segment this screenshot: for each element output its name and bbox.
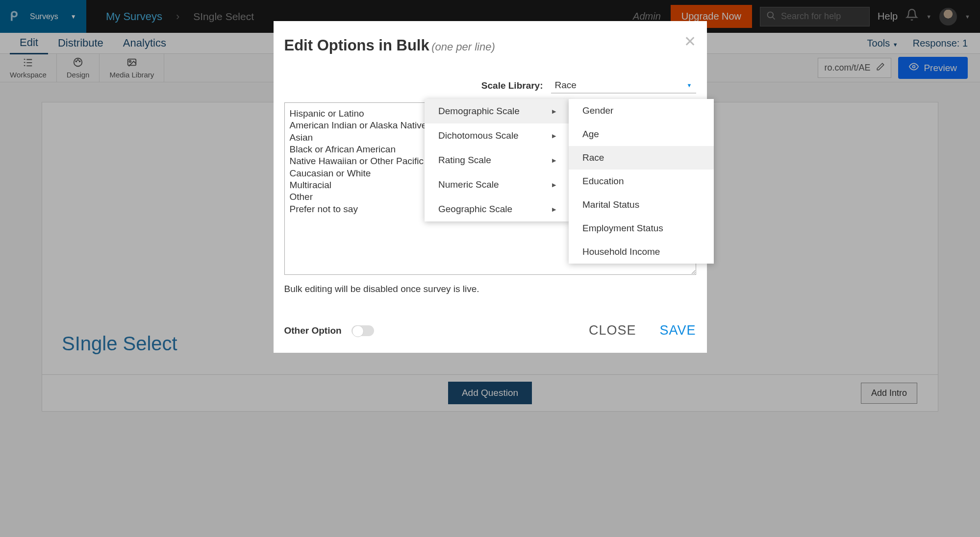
close-button[interactable]: CLOSE: [589, 323, 636, 338]
chevron-right-icon: ▶: [552, 157, 556, 164]
chevron-right-icon: ▶: [552, 182, 556, 188]
submenu-race[interactable]: Race: [569, 146, 714, 170]
submenu-employment[interactable]: Employment Status: [569, 217, 714, 240]
scale-dropdown-menu: Demographic Scale ▶ Dichotomous Scale ▶ …: [425, 99, 570, 221]
submenu-gender[interactable]: Gender: [569, 99, 714, 122]
scale-library-label: Scale Library:: [481, 80, 543, 91]
modal-title: Edit Options in Bulk: [284, 37, 429, 54]
scale-library-select[interactable]: Race ▼: [551, 78, 696, 94]
disabled-note: Bulk editing will be disabled once surve…: [284, 284, 696, 294]
chevron-right-icon: ▶: [552, 206, 556, 213]
submenu-income[interactable]: Household Income: [569, 240, 714, 264]
other-option-label: Other Option: [284, 325, 342, 336]
demographic-submenu: Gender Age Race Education Marital Status…: [569, 99, 714, 264]
scale-item-demographic[interactable]: Demographic Scale ▶: [425, 99, 570, 123]
submenu-marital[interactable]: Marital Status: [569, 193, 714, 217]
submenu-age[interactable]: Age: [569, 122, 714, 146]
save-button[interactable]: SAVE: [659, 323, 696, 338]
scale-item-dichotomous[interactable]: Dichotomous Scale ▶: [425, 123, 570, 148]
close-icon[interactable]: ✕: [684, 33, 696, 50]
chevron-down-icon: ▼: [687, 82, 692, 88]
other-option-toggle[interactable]: [352, 325, 374, 336]
scale-item-geographic[interactable]: Geographic Scale ▶: [425, 197, 570, 221]
submenu-education[interactable]: Education: [569, 170, 714, 193]
scale-item-rating[interactable]: Rating Scale ▶: [425, 148, 570, 172]
modal-overlay: ✕ Edit Options in Bulk (one per line) Sc…: [0, 0, 980, 537]
scale-item-numeric[interactable]: Numeric Scale ▶: [425, 172, 570, 197]
chevron-right-icon: ▶: [552, 133, 556, 139]
modal-subtitle: (one per line): [431, 41, 495, 53]
chevron-right-icon: ▶: [552, 108, 556, 115]
